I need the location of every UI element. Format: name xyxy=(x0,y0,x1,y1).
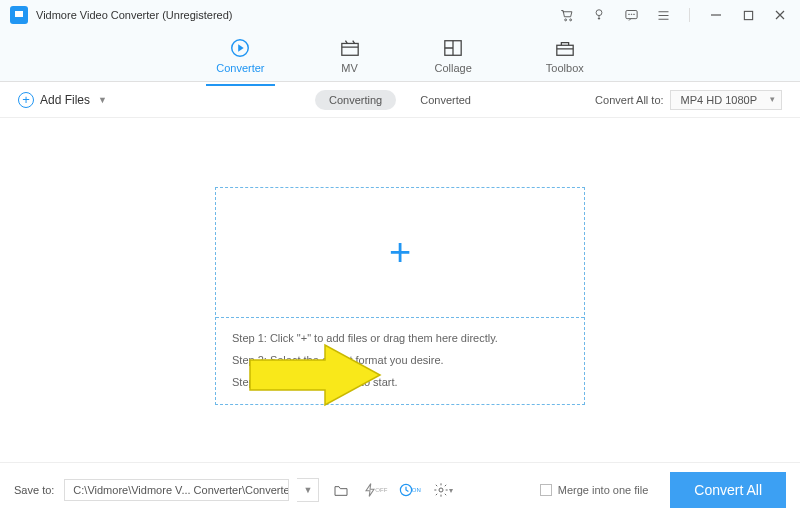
svg-point-6 xyxy=(633,13,634,14)
svg-rect-7 xyxy=(744,11,752,19)
tab-label: Toolbox xyxy=(546,62,584,74)
step-3: Step 3: Click "Convert All" to start. xyxy=(232,376,568,388)
tab-label: Converter xyxy=(216,62,264,74)
feedback-icon[interactable] xyxy=(621,5,641,25)
merge-label: Merge into one file xyxy=(558,484,649,496)
convert-all-button[interactable]: Convert All xyxy=(670,472,786,508)
svg-point-5 xyxy=(631,13,632,14)
subbar: + Add Files ▼ Converting Converted Conve… xyxy=(0,82,800,118)
browse-folder-icon[interactable] xyxy=(329,478,353,502)
tab-label: Collage xyxy=(435,62,472,74)
drop-zone-add[interactable]: + xyxy=(216,188,584,318)
converting-tab[interactable]: Converting xyxy=(315,90,396,110)
instructions: Step 1: Click "+" to add files or drag t… xyxy=(216,318,584,404)
convert-all-to-label: Convert All to: xyxy=(595,94,663,106)
svg-point-0 xyxy=(564,18,566,20)
svg-point-1 xyxy=(569,18,571,20)
settings-icon[interactable]: ▾ xyxy=(431,478,455,502)
app-logo xyxy=(10,6,28,24)
hardware-accel-icon[interactable]: OFF xyxy=(363,478,387,502)
footer: Save to: C:\Vidmore\Vidmore V... Convert… xyxy=(0,463,800,517)
chevron-down-icon: ▼ xyxy=(98,95,107,105)
save-path-dropdown[interactable]: ▼ xyxy=(297,478,319,502)
tab-collage[interactable]: Collage xyxy=(425,32,482,80)
svg-point-13 xyxy=(439,488,443,492)
titlebar: Vidmore Video Converter (Unregistered) xyxy=(0,0,800,30)
tab-converter[interactable]: Converter xyxy=(206,32,274,80)
separator xyxy=(689,8,690,22)
tab-label: MV xyxy=(341,62,358,74)
minimize-button[interactable] xyxy=(706,5,726,25)
checkbox-box xyxy=(540,484,552,496)
main-nav: Converter MV Collage Toolbox xyxy=(0,30,800,82)
step-2: Step 2: Select the output format you des… xyxy=(232,354,568,366)
add-files-button[interactable]: + Add Files ▼ xyxy=(18,92,107,108)
svg-point-2 xyxy=(596,10,602,16)
collage-icon xyxy=(442,38,464,58)
status-toggle: Converting Converted xyxy=(315,90,485,110)
step-1: Step 1: Click "+" to add files or drag t… xyxy=(232,332,568,344)
mv-icon xyxy=(339,38,361,58)
plus-circle-icon: + xyxy=(18,92,34,108)
save-to-label: Save to: xyxy=(14,484,54,496)
window-controls xyxy=(557,5,790,25)
converted-tab[interactable]: Converted xyxy=(406,90,485,110)
tab-mv[interactable]: MV xyxy=(329,32,371,80)
toolbox-icon xyxy=(554,38,576,58)
key-icon[interactable] xyxy=(589,5,609,25)
svg-point-4 xyxy=(628,13,629,14)
drop-zone[interactable]: + Step 1: Click "+" to add files or drag… xyxy=(215,187,585,405)
output-format-select[interactable]: MP4 HD 1080P xyxy=(670,90,782,110)
high-speed-icon[interactable]: ON xyxy=(397,478,421,502)
svg-rect-9 xyxy=(341,43,357,55)
convert-all-to: Convert All to: MP4 HD 1080P xyxy=(595,90,782,110)
converter-icon xyxy=(229,38,251,58)
close-button[interactable] xyxy=(770,5,790,25)
maximize-button[interactable] xyxy=(738,5,758,25)
window-title: Vidmore Video Converter (Unregistered) xyxy=(36,9,232,21)
menu-icon[interactable] xyxy=(653,5,673,25)
svg-rect-11 xyxy=(557,45,573,55)
merge-checkbox[interactable]: Merge into one file xyxy=(540,484,649,496)
save-path-field[interactable]: C:\Vidmore\Vidmore V... Converter\Conver… xyxy=(64,479,289,501)
tab-toolbox[interactable]: Toolbox xyxy=(536,32,594,80)
cart-icon[interactable] xyxy=(557,5,577,25)
main-area: + Step 1: Click "+" to add files or drag… xyxy=(0,118,800,473)
add-files-label: Add Files xyxy=(40,93,90,107)
plus-icon: + xyxy=(389,233,411,271)
